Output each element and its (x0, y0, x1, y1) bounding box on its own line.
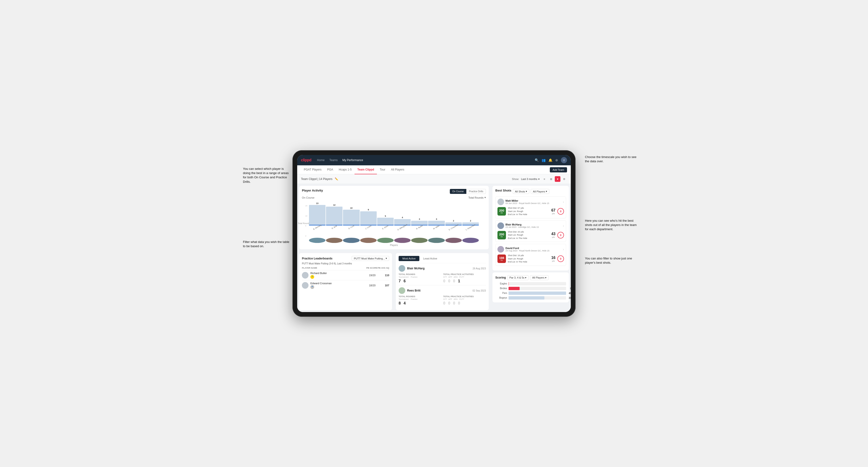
sub-nav-team-clippd[interactable]: Team Clippd (354, 165, 377, 174)
bar-7 (428, 221, 445, 225)
shot-chevron-2[interactable]: › (563, 224, 564, 228)
people-icon[interactable]: 👥 (541, 158, 546, 162)
player-avatar-7 (428, 238, 445, 243)
shot-player-name-1: Matt Miller (505, 199, 561, 202)
nav-teams[interactable]: Teams (329, 158, 338, 163)
add-team-button[interactable]: Add Team (550, 167, 567, 173)
practice-toggle[interactable]: Practice Drills (466, 189, 486, 194)
silver-medal-2: 🥈 (310, 285, 314, 289)
page-wrapper: You can select which player is doing the… (292, 150, 576, 317)
arg-1: 0 (453, 279, 455, 283)
best-shots-panel: Best Shots All Shots ▾ All Players ▾ (493, 186, 569, 271)
chevron-down-icon: ▾ (526, 190, 527, 193)
app-2: 0 (448, 301, 450, 305)
lb-row-2: Edward Crossman 🥈 18/20 107 (302, 280, 389, 290)
all-shots-dropdown[interactable]: All Shots ▾ (513, 189, 529, 194)
brand-logo: clippd (301, 158, 311, 162)
shot-player-detail-2: 23 Jul 2023 · Ashridge GC, Hole 15 (505, 226, 561, 228)
lb-col-name: PLAYER NAME (302, 267, 366, 269)
bar-value-8: 2 (453, 220, 454, 222)
search-icon[interactable]: 🔍 (535, 158, 539, 162)
shot-avatar-1 (497, 198, 504, 205)
bar-value-6: 3 (419, 218, 420, 220)
sub-nav-all-players[interactable]: All Players (388, 165, 407, 174)
active-player-name-2: Rees Britt (407, 289, 470, 292)
shot-player-row-1: Matt Miller 09 Jun 2023 · Royal North De… (497, 198, 564, 205)
sub-nav-pga[interactable]: PGA (324, 165, 336, 174)
shot-card-2: Blair McHarg 23 Jul 2023 · Ashridge GC, … (495, 220, 566, 242)
settings-view-button[interactable]: ⚙ (561, 176, 567, 182)
shot-player-info-3: David Ford 24 Aug 2023 · Royal North Dev… (505, 247, 561, 252)
list-view-button[interactable]: ≡ (541, 176, 547, 182)
nav-home[interactable]: Home (317, 158, 324, 163)
shot-stat-zero-2: 0 (557, 232, 564, 239)
least-active-tab[interactable]: Least Active (420, 256, 441, 261)
most-active-panel: Most Active Least Active Blair McHarg 26… (396, 253, 489, 310)
chevron-down-icon: ▾ (525, 276, 526, 279)
lb-header: Practice Leaderboards PUTT Must Make Put… (302, 256, 389, 261)
shot-player-name-2: Blair McHarg (505, 223, 561, 226)
lb-name-2: Edward Crossman (310, 282, 362, 285)
chevron-down-icon: ▾ (485, 196, 486, 199)
bar-name-2: D. Ford (348, 225, 355, 230)
total-rounds-title-2: Total Rounds (399, 295, 441, 298)
shot-data-row-1: 200 SG Shot Dist: 67 yds Start Lie: Roug… (497, 207, 564, 216)
sub-nav-tour[interactable]: Tour (377, 165, 388, 174)
chart-container: 15 10 5 0 Total Rounds 13B. McHarg12R. B… (302, 200, 486, 247)
lb-columns: PLAYER NAME PB SCORE PB AVG SQ (302, 267, 389, 269)
show-label: Show: (512, 178, 519, 181)
bar-2 (343, 210, 360, 225)
shot-score-badge-2: 200 SG (497, 231, 506, 239)
scoring-filter-dropdown[interactable]: Par 3, 4 & 5s ▾ (507, 275, 529, 280)
annotation-bottom-left: Filter what data you wish the table to b… (243, 240, 290, 248)
bar-group-8: 2E. Crossman (445, 220, 462, 228)
sub-nav-hcaps[interactable]: Hcaps 1-5 (336, 165, 354, 174)
stat-sub-1: Tournament Practice (399, 276, 441, 278)
player-activity-panel: Player Activity On Course Practice Drill… (299, 186, 489, 249)
sub-nav-pgat[interactable]: PGAT Players (301, 165, 324, 174)
player-activity-header: Player Activity On Course Practice Drill… (302, 189, 486, 194)
active-player-avatar-2 (399, 287, 405, 294)
shot-card-1: Matt Miller 09 Jun 2023 · Royal North De… (495, 196, 566, 218)
avatar-row (302, 238, 486, 243)
gtt-2: 0 (443, 301, 445, 305)
gold-medal-1: 🥇 (310, 275, 314, 279)
on-course-toggle[interactable]: On Course (450, 189, 466, 194)
scoring-label-1: Birdies (495, 287, 507, 290)
lb-avatar-2 (302, 282, 309, 289)
player-avatar-1 (326, 238, 342, 243)
card-view-button[interactable]: ♥ (555, 176, 560, 182)
total-rounds-dropdown[interactable]: Total Rounds ▾ (468, 196, 486, 199)
bell-icon[interactable]: 🔔 (549, 158, 552, 162)
lb-col-avg: PB AVG SQ (377, 267, 389, 269)
most-active-tab[interactable]: Most Active (399, 256, 420, 261)
shot-stat-zero-1: 0 (557, 208, 564, 215)
bar-8 (445, 222, 462, 225)
shot-chevron-3[interactable]: › (563, 247, 564, 251)
scoring-bar-val-3: 311 (569, 297, 571, 299)
shot-chevron-1[interactable]: › (563, 200, 564, 204)
shot-player-detail-3: 24 Aug 2023 · Royal North Devon GC, Hole… (505, 250, 561, 252)
nav-my-performance[interactable]: My Performance (342, 158, 363, 163)
edit-team-icon[interactable]: ✏️ (335, 177, 338, 181)
player-avatar-9 (462, 238, 479, 243)
add-circle-icon[interactable]: ⊕ (555, 158, 558, 162)
lb-dropdown[interactable]: PUTT Must Make Putting... ▾ (352, 256, 389, 261)
scoring-title: Scoring (495, 276, 506, 279)
scoring-row-0: Eagles3 (495, 282, 566, 285)
shot-score-badge-1: 200 SG (497, 207, 506, 216)
scoring-row-1: Birdies96 (495, 287, 566, 290)
active-player-header-2: Rees Britt 02 Sep 2023 (399, 287, 486, 294)
scoring-players-dropdown[interactable]: All Players ▾ (530, 275, 549, 280)
lb-avatar-1 (302, 272, 309, 279)
time-period-select[interactable]: Last 3 months ▾ (521, 178, 540, 181)
user-avatar[interactable]: U (561, 157, 567, 163)
player-avatar-3 (360, 238, 377, 243)
shot-details-3: Shot Dist: 16 yds Start Lie: Rough End L… (508, 254, 549, 264)
active-player-date-2: 02 Sep 2023 (472, 289, 486, 292)
grid-view-button[interactable]: ⊞ (548, 176, 554, 182)
all-players-dropdown[interactable]: All Players ▾ (531, 189, 549, 194)
shot-player-info-2: Blair McHarg 23 Jul 2023 · Ashridge GC, … (505, 223, 561, 228)
stat-sub-2: Tournament Practice (399, 298, 441, 300)
shot-player-detail-1: 09 Jun 2023 · Royal North Devon GC, Hole… (505, 202, 561, 205)
